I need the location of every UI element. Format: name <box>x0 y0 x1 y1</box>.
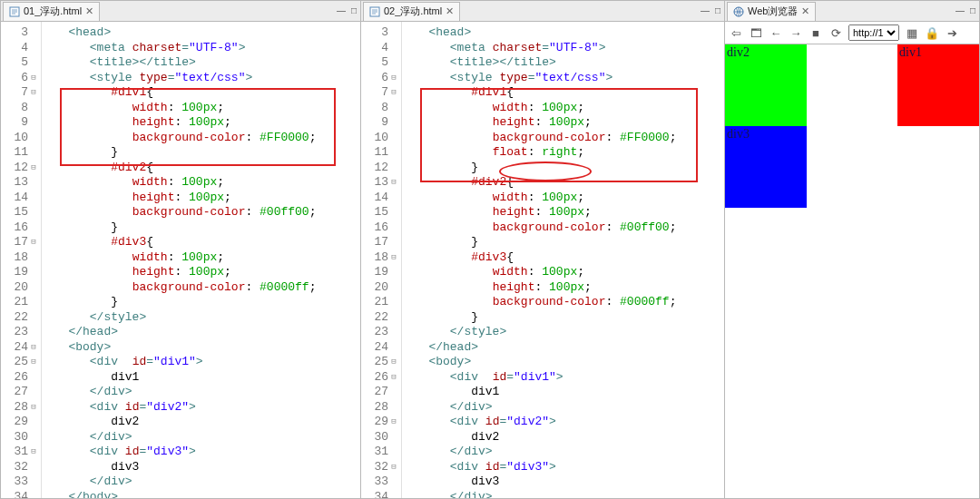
code-line[interactable]: background-color: #0000ff; <box>407 295 719 310</box>
line-number[interactable]: 32⊟ <box>361 460 399 475</box>
line-number[interactable]: 7⊟ <box>1 85 39 101</box>
home-icon[interactable]: ⇦ <box>729 25 743 40</box>
code-line[interactable]: div1 <box>407 385 719 400</box>
line-number[interactable]: 31⊟ <box>1 445 39 460</box>
fold-icon[interactable]: ⊟ <box>30 355 37 370</box>
code-line[interactable]: <div id="div3"> <box>47 445 355 460</box>
line-number[interactable]: 12 <box>361 161 399 176</box>
fold-icon[interactable]: ⊟ <box>390 415 397 430</box>
line-number[interactable]: 32 <box>1 460 39 475</box>
line-number[interactable]: 5 <box>1 55 39 71</box>
back-icon[interactable]: ← <box>769 25 783 40</box>
code-line[interactable]: <head> <box>407 25 719 41</box>
code-line[interactable]: <style type="text/css"> <box>407 71 719 86</box>
line-number[interactable]: 34 <box>1 490 39 499</box>
line-number[interactable]: 15 <box>361 205 399 220</box>
code-line[interactable]: </div> <box>47 385 355 400</box>
line-number[interactable]: 4 <box>1 41 39 56</box>
code-line[interactable]: height: 100px; <box>407 205 719 220</box>
minimize-icon[interactable]: — <box>337 6 346 15</box>
code-line[interactable]: } <box>407 235 719 250</box>
fold-icon[interactable]: ⊟ <box>390 250 397 266</box>
maximize-icon[interactable]: □ <box>351 6 357 15</box>
code-line[interactable]: #div3{ <box>407 250 719 266</box>
minimize-icon[interactable]: — <box>956 6 965 15</box>
code-line[interactable]: </head> <box>407 340 719 356</box>
line-number[interactable]: 30 <box>1 430 39 445</box>
line-number[interactable]: 16 <box>1 220 39 236</box>
code-line[interactable]: <meta charset="UTF-8"> <box>407 41 719 56</box>
line-number[interactable]: 13 <box>1 175 39 191</box>
line-number[interactable]: 24⊟ <box>1 340 39 356</box>
line-number[interactable]: 24 <box>361 340 399 356</box>
line-number[interactable]: 3 <box>1 25 39 41</box>
code-line[interactable]: width: 100px; <box>47 175 355 191</box>
code-line[interactable]: <body> <box>47 340 355 356</box>
line-number[interactable]: 27 <box>361 385 399 400</box>
tab-close-icon[interactable]: ✕ <box>801 5 809 17</box>
code-line[interactable]: div1 <box>47 370 355 386</box>
line-number[interactable]: 8 <box>1 101 39 116</box>
line-number[interactable]: 8 <box>361 101 399 116</box>
line-number[interactable]: 21 <box>361 295 399 310</box>
code-line[interactable]: </style> <box>407 325 719 340</box>
code-line[interactable]: background-color: #00ff00; <box>407 220 719 236</box>
line-number[interactable]: 18⊟ <box>361 250 399 266</box>
code-line[interactable]: <div id="div3"> <box>407 460 719 475</box>
fold-icon[interactable]: ⊟ <box>30 161 37 176</box>
line-number[interactable]: 20 <box>1 280 39 296</box>
line-number[interactable]: 17 <box>361 235 399 250</box>
fold-icon[interactable]: ⊟ <box>390 85 397 101</box>
line-number[interactable]: 31 <box>361 445 399 460</box>
code-line[interactable]: </div> <box>47 430 355 445</box>
code-line[interactable]: <meta charset="UTF-8"> <box>47 41 355 56</box>
fold-icon[interactable]: ⊟ <box>390 370 397 386</box>
code-line[interactable]: } <box>47 220 355 236</box>
editor-2[interactable]: 3456⊟7⊟8910111213⊟1415161718⊟19202122232… <box>361 22 724 498</box>
code-line[interactable]: background-color: #FF0000; <box>47 131 355 146</box>
code-line[interactable]: </div> <box>407 400 719 416</box>
code-line[interactable]: </div> <box>407 445 719 460</box>
line-number[interactable]: 6⊟ <box>361 71 399 86</box>
line-number[interactable]: 28 <box>361 400 399 416</box>
line-number[interactable]: 22 <box>361 310 399 326</box>
code-line[interactable]: <div id="div1"> <box>47 355 355 370</box>
maximize-icon[interactable]: □ <box>970 6 975 15</box>
fold-icon[interactable]: ⊟ <box>30 85 37 101</box>
maximize-icon[interactable]: □ <box>715 6 720 15</box>
line-number[interactable]: 26 <box>1 370 39 386</box>
fold-icon[interactable]: ⊟ <box>30 445 37 460</box>
line-number[interactable]: 34 <box>361 490 399 499</box>
line-number[interactable]: 9 <box>1 115 39 131</box>
code-line[interactable]: #div2{ <box>407 175 719 191</box>
line-number[interactable]: 29⊟ <box>361 415 399 430</box>
line-number[interactable]: 4 <box>361 41 399 56</box>
stop-icon[interactable]: ■ <box>808 25 823 40</box>
code-line[interactable]: </style> <box>47 310 355 326</box>
line-number[interactable]: 23 <box>361 325 399 340</box>
code-line[interactable]: } <box>407 310 719 326</box>
code-line[interactable]: div2 <box>407 430 719 445</box>
code-line[interactable]: </div> <box>407 490 719 499</box>
line-number[interactable]: 9 <box>361 115 399 131</box>
code-line[interactable]: div3 <box>407 475 719 490</box>
code-line[interactable]: #div3{ <box>47 235 355 250</box>
tab-close-icon[interactable]: ✕ <box>446 5 454 17</box>
line-number[interactable]: 22 <box>1 310 39 326</box>
code-line[interactable]: width: 100px; <box>47 101 355 116</box>
line-number[interactable]: 14 <box>361 191 399 206</box>
code-line[interactable]: </div> <box>47 475 355 490</box>
go-icon[interactable]: ➔ <box>945 25 959 40</box>
code-line[interactable]: width: 100px; <box>407 101 719 116</box>
code-line[interactable]: height: 100px; <box>47 115 355 131</box>
code-line[interactable]: <body> <box>407 355 719 370</box>
line-number[interactable]: 16 <box>361 220 399 236</box>
code-line[interactable]: width: 100px; <box>407 265 719 280</box>
line-number[interactable]: 10 <box>361 131 399 146</box>
line-number[interactable]: 23 <box>1 325 39 340</box>
line-number[interactable]: 15 <box>1 205 39 220</box>
lock-icon[interactable]: 🔒 <box>925 25 939 40</box>
code-line[interactable]: } <box>407 161 719 176</box>
code-line[interactable]: </head> <box>47 325 355 340</box>
line-number[interactable]: 5 <box>361 55 399 71</box>
